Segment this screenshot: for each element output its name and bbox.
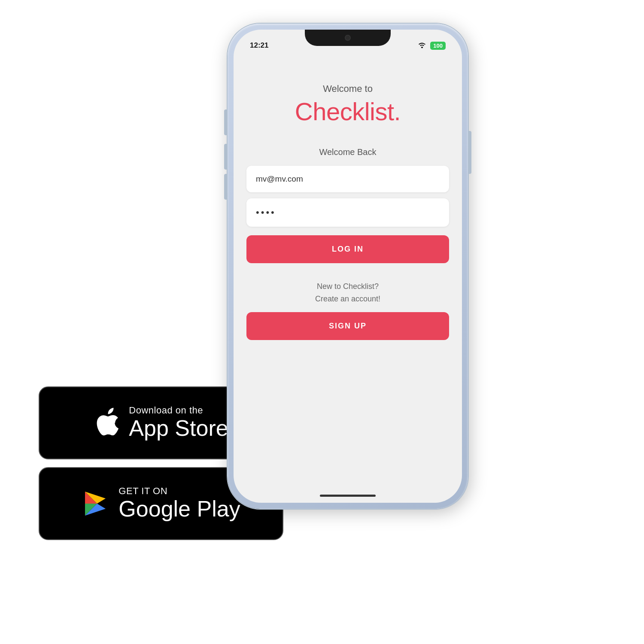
password-dots: •••• bbox=[256, 207, 276, 218]
google-play-top-text: GET IT ON bbox=[118, 486, 167, 497]
welcome-back-text: Welcome Back bbox=[319, 147, 376, 157]
email-input[interactable] bbox=[246, 166, 449, 192]
new-account-text: New to Checklist? Create an account! bbox=[315, 280, 380, 305]
home-indicator bbox=[320, 495, 376, 497]
status-time: 12:21 bbox=[246, 41, 268, 50]
app-store-top-text: Download on the bbox=[129, 405, 203, 416]
welcome-to-text: Welcome to bbox=[323, 83, 373, 94]
app-store-main-text: App Store bbox=[129, 416, 228, 440]
signup-button[interactable]: SIGN UP bbox=[246, 312, 449, 340]
google-play-text: GET IT ON Google Play bbox=[118, 486, 240, 521]
phone-outer-frame: 12:21 100 Welcome to Checklist. bbox=[228, 24, 468, 509]
battery-indicator: 100 bbox=[430, 42, 446, 50]
login-button[interactable]: LOG IN bbox=[246, 235, 449, 263]
phone-screen: 12:21 100 Welcome to Checklist. bbox=[234, 30, 462, 503]
password-input[interactable]: •••• bbox=[246, 198, 449, 227]
phone-notch bbox=[305, 30, 391, 46]
status-icons: 100 bbox=[417, 41, 450, 50]
phone-mockup: 12:21 100 Welcome to Checklist. bbox=[228, 24, 468, 509]
camera-dot bbox=[345, 35, 351, 41]
app-store-text: Download on the App Store bbox=[129, 405, 228, 440]
google-play-main-text: Google Play bbox=[118, 497, 240, 521]
login-screen: Welcome to Checklist. Welcome Back •••• … bbox=[234, 53, 462, 503]
apple-icon bbox=[94, 407, 119, 439]
app-title: Checklist. bbox=[295, 97, 401, 126]
google-play-icon bbox=[82, 490, 109, 517]
wifi-icon bbox=[417, 41, 427, 50]
